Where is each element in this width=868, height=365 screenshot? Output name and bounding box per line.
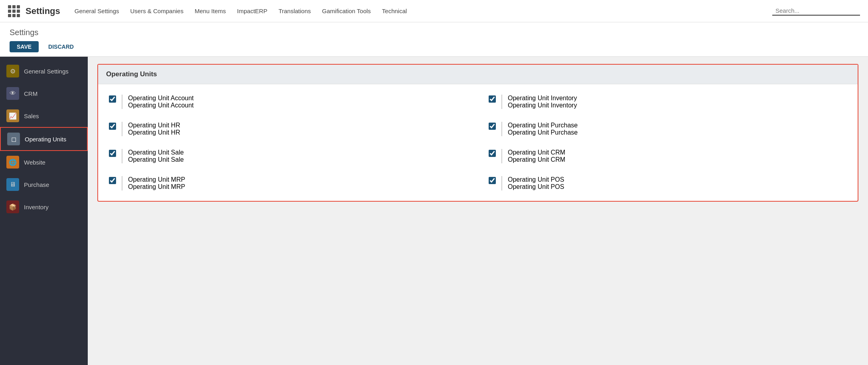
sidebar-item-crm[interactable]: 👁 CRM	[0, 82, 88, 105]
ou-sale-text: Operating Unit Sale Operating Unit Sale	[122, 149, 184, 163]
sidebar-label-inventory: Inventory	[24, 204, 49, 210]
crm-icon: 👁	[6, 87, 19, 100]
ou-account-name: Operating Unit Account	[128, 95, 194, 102]
checkbox-ou-crm[interactable]	[489, 150, 496, 157]
section-operating-units: Operating Units Operating Unit Account O…	[97, 64, 858, 202]
purchase-icon: 🖥	[6, 178, 19, 191]
apps-icon[interactable]	[8, 5, 20, 17]
discard-button[interactable]: DISCARD	[43, 41, 79, 52]
ou-pos-desc: Operating Unit POS	[508, 183, 564, 190]
sub-header: Settings SAVE DISCARD	[0, 22, 868, 57]
setting-item-ou-account: Operating Unit Account Operating Unit Ac…	[98, 88, 478, 115]
nav-impacterp[interactable]: ImpactERP	[237, 8, 267, 14]
sidebar-label-sales: Sales	[24, 113, 39, 119]
checkbox-ou-sale[interactable]	[109, 150, 116, 157]
ou-inventory-name: Operating Unit Inventory	[508, 95, 577, 102]
ou-account-desc: Operating Unit Account	[128, 102, 194, 109]
ou-pos-name: Operating Unit POS	[508, 176, 564, 183]
ou-sale-desc: Operating Unit Sale	[128, 156, 184, 163]
ou-pos-text: Operating Unit POS Operating Unit POS	[501, 176, 564, 190]
sidebar-item-general-settings[interactable]: ⚙ General Settings	[0, 60, 88, 82]
content-area: Operating Units Operating Unit Account O…	[88, 57, 868, 365]
ou-purchase-name: Operating Unit Purchase	[508, 122, 578, 129]
gear-icon: ⚙	[6, 65, 19, 77]
ou-crm-desc: Operating Unit CRM	[508, 156, 565, 163]
toolbar: SAVE DISCARD	[10, 41, 858, 52]
setting-item-ou-mrp: Operating Unit MRP Operating Unit MRP	[98, 170, 478, 197]
ou-hr-name: Operating Unit HR	[128, 122, 180, 129]
operating-units-icon: ◻	[7, 133, 20, 145]
setting-item-ou-sale: Operating Unit Sale Operating Unit Sale	[98, 143, 478, 170]
checkbox-ou-pos[interactable]	[489, 177, 496, 184]
ou-purchase-desc: Operating Unit Purchase	[508, 129, 578, 136]
sidebar-label-crm: CRM	[24, 90, 37, 97]
checkbox-ou-account[interactable]	[109, 95, 116, 103]
sidebar-item-inventory[interactable]: 📦 Inventory	[0, 196, 88, 218]
sidebar-label-purchase: Purchase	[24, 181, 49, 188]
sidebar-label-operating-units: Operating Units	[25, 136, 66, 143]
sidebar-item-operating-units[interactable]: ◻ Operating Units	[0, 127, 88, 151]
ou-purchase-text: Operating Unit Purchase Operating Unit P…	[501, 122, 578, 136]
ou-crm-name: Operating Unit CRM	[508, 149, 565, 156]
brand-title: Settings	[26, 6, 60, 16]
ou-hr-text: Operating Unit HR Operating Unit HR	[122, 122, 180, 136]
sidebar-item-purchase[interactable]: 🖥 Purchase	[0, 173, 88, 196]
setting-item-ou-hr: Operating Unit HR Operating Unit HR	[98, 115, 478, 143]
checkbox-ou-mrp[interactable]	[109, 177, 116, 184]
main-layout: ⚙ General Settings 👁 CRM 📈 Sales ◻ Opera…	[0, 57, 868, 365]
sidebar-item-sales[interactable]: 📈 Sales	[0, 105, 88, 127]
nav-menu-items[interactable]: Menu Items	[195, 8, 226, 14]
setting-item-ou-crm: Operating Unit CRM Operating Unit CRM	[478, 143, 858, 170]
nav-technical[interactable]: Technical	[382, 8, 407, 14]
search-box	[772, 6, 860, 16]
sidebar: ⚙ General Settings 👁 CRM 📈 Sales ◻ Opera…	[0, 57, 88, 365]
ou-crm-text: Operating Unit CRM Operating Unit CRM	[501, 149, 565, 163]
setting-item-ou-inventory: Operating Unit Inventory Operating Unit …	[478, 88, 858, 115]
top-nav: Settings General Settings Users & Compan…	[0, 0, 868, 22]
section-body: Operating Unit Account Operating Unit Ac…	[98, 84, 858, 201]
ou-mrp-text: Operating Unit MRP Operating Unit MRP	[122, 176, 185, 190]
search-input[interactable]	[775, 7, 857, 14]
page-title: Settings	[10, 28, 858, 37]
checkbox-ou-hr[interactable]	[109, 123, 116, 130]
nav-users-companies[interactable]: Users & Companies	[130, 8, 183, 14]
sidebar-label-website: Website	[24, 159, 45, 166]
nav-general-settings[interactable]: General Settings	[75, 8, 119, 14]
nav-gamification[interactable]: Gamification Tools	[322, 8, 371, 14]
checkbox-ou-inventory[interactable]	[489, 95, 496, 103]
nav-translations[interactable]: Translations	[278, 8, 311, 14]
ou-hr-desc: Operating Unit HR	[128, 129, 180, 136]
nav-links: General Settings Users & Companies Menu …	[75, 8, 772, 14]
save-button[interactable]: SAVE	[10, 41, 39, 52]
ou-inventory-text: Operating Unit Inventory Operating Unit …	[501, 95, 577, 109]
sidebar-item-website[interactable]: 🌐 Website	[0, 151, 88, 173]
website-icon: 🌐	[6, 156, 19, 169]
ou-mrp-desc: Operating Unit MRP	[128, 183, 185, 190]
ou-inventory-desc: Operating Unit Inventory	[508, 102, 577, 109]
ou-account-text: Operating Unit Account Operating Unit Ac…	[122, 95, 194, 109]
section-title: Operating Units	[98, 65, 858, 84]
setting-item-ou-purchase: Operating Unit Purchase Operating Unit P…	[478, 115, 858, 143]
setting-item-ou-pos: Operating Unit POS Operating Unit POS	[478, 170, 858, 197]
sales-icon: 📈	[6, 109, 19, 122]
inventory-icon: 📦	[6, 200, 19, 213]
checkbox-ou-purchase[interactable]	[489, 123, 496, 130]
ou-mrp-name: Operating Unit MRP	[128, 176, 185, 183]
sidebar-label-general-settings: General Settings	[24, 68, 69, 75]
ou-sale-name: Operating Unit Sale	[128, 149, 184, 156]
